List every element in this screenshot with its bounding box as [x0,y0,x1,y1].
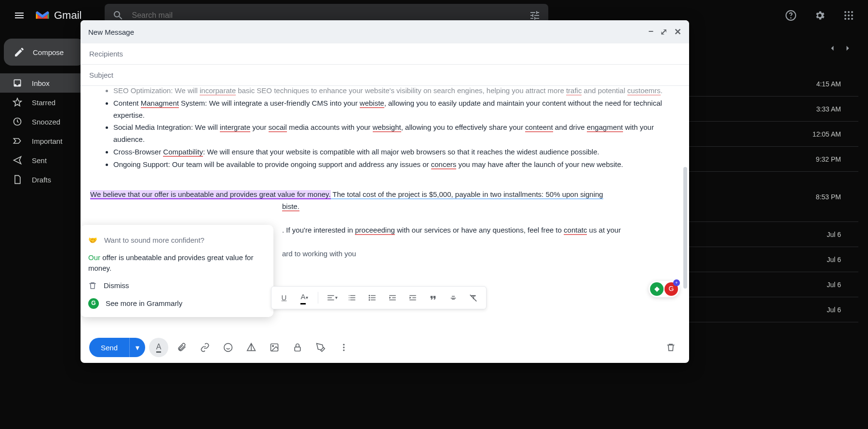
svg-point-5 [844,14,846,16]
compose-button[interactable]: Compose [4,39,85,66]
send-button[interactable]: Send ▾ [89,338,145,357]
svg-point-21 [343,349,344,351]
numbered-list-button[interactable] [343,289,361,306]
nav-label: Sent [32,156,47,165]
align-button[interactable]: ▾ [323,289,340,306]
body-paragraph: biste. [282,201,679,213]
compose-window-controls: − ⤢ ✕ [648,27,681,37]
mail-time: 12:05 AM [813,130,841,138]
svg-point-9 [848,18,850,20]
mail-time: Jul 6 [827,256,841,263]
mail-time: Jul 6 [827,281,841,289]
body-bullet: Content Managment System: We will integr… [113,97,679,122]
attach-button[interactable] [172,338,191,357]
body-paragraph: We believe that our offer is unbeatable … [90,189,679,201]
send-icon [13,155,22,165]
format-toggle-button[interactable]: A [149,338,168,357]
svg-point-13 [369,297,370,299]
send-label: Send [89,338,129,357]
tune-icon[interactable] [529,10,541,21]
svg-point-10 [851,18,853,20]
signature-button[interactable] [311,338,330,357]
strikethrough-button[interactable] [445,289,462,306]
mail-time: Jul 6 [827,306,841,314]
emoji-button[interactable] [218,338,238,357]
compose-footer: Send ▾ A [81,332,689,363]
mail-time: 3:33 AM [816,105,841,113]
underline-button[interactable]: U [275,289,293,306]
minimize-icon[interactable]: − [648,27,653,37]
body-bullet: Cross-Browser Compatbility: We will ensu… [113,146,679,158]
nav-label: Starred [32,98,55,107]
svg-point-6 [848,14,850,16]
star-icon [13,97,22,107]
body-bullet: Social Media Integration: We will interg… [113,122,679,146]
svg-rect-18 [295,347,300,351]
grammarly-accept-icon[interactable]: ◆ [650,282,664,296]
search-input[interactable] [132,11,521,20]
image-button[interactable] [265,338,284,357]
nav-label: Snoozed [32,118,60,126]
clock-icon [13,117,22,126]
mail-time: 4:15 AM [816,80,841,88]
svg-point-19 [343,344,344,346]
grammarly-status-icon[interactable]: G+ [665,282,678,296]
nav-label: Drafts [32,176,51,184]
format-toolbar: U A ▾ ▾ [271,286,487,309]
clear-format-button[interactable] [465,289,482,306]
svg-point-4 [851,11,853,13]
important-icon [13,136,22,146]
svg-point-12 [369,295,370,296]
close-icon[interactable]: ✕ [674,27,681,37]
svg-point-7 [851,14,853,16]
text-color-button[interactable]: A ▾ [296,289,313,306]
grammarly-more[interactable]: GSee more in Grammarly [88,295,266,313]
apps-icon[interactable] [837,4,860,27]
nav-label: Inbox [32,79,50,87]
svg-point-17 [272,346,274,347]
compose-window: New Message − ⤢ ✕ Recipients Subject SEO… [81,20,689,363]
body-paragraph: . If you're interested in proceeeding wi… [282,224,679,236]
indent-more-button[interactable] [404,289,421,306]
expand-icon[interactable]: ⤢ [660,27,667,37]
compose-label: Compose [33,48,64,56]
compose-header[interactable]: New Message − ⤢ ✕ [81,20,689,43]
menu-icon[interactable] [8,4,31,27]
drive-button[interactable] [242,338,261,357]
help-icon[interactable] [779,4,802,27]
body-bullet: Ongoing Support: Our team will be availa… [113,159,679,171]
draft-icon [13,175,22,184]
send-dropdown[interactable]: ▾ [129,338,145,357]
trash-icon [88,281,97,290]
scrollbar-thumb[interactable] [683,167,687,289]
svg-point-8 [844,18,846,20]
grammarly-fab[interactable]: ◆ G+ [649,281,679,297]
bullet-list-button[interactable] [364,289,381,306]
svg-point-14 [369,299,370,301]
search-icon [112,10,124,21]
gmail-logo[interactable]: Gmail [35,9,81,22]
svg-point-2 [844,11,846,13]
topbar-actions [779,4,860,27]
compose-body[interactable]: SEO Optimization: We will incorparate ba… [81,86,689,332]
grammarly-popup: 🤝Want to sound more confident? Our offer… [81,225,273,317]
body-bullet: SEO Optimization: We will incorparate ba… [113,86,679,97]
svg-point-1 [791,18,791,18]
grammarly-prompt: 🤝Want to sound more confident? [88,232,266,249]
grammarly-dismiss[interactable]: Dismiss [88,277,266,295]
discard-button[interactable] [661,338,680,357]
mail-time: Jul 6 [827,231,841,238]
recipients-field[interactable]: Recipients [81,43,689,65]
mail-time: 8:53 PM [816,193,841,201]
indent-less-button[interactable] [384,289,401,306]
more-button[interactable] [334,338,353,357]
inbox-icon [13,78,22,88]
nav-label: Important [32,137,62,145]
settings-icon[interactable] [808,4,831,27]
link-button[interactable] [195,338,215,357]
subject-field[interactable]: Subject [81,65,689,86]
quote-button[interactable] [424,289,442,306]
grammarly-suggestion[interactable]: Our offer is unbeatable and provides gre… [88,249,266,277]
grammarly-logo-icon: G [88,298,99,309]
confidential-button[interactable] [288,338,307,357]
